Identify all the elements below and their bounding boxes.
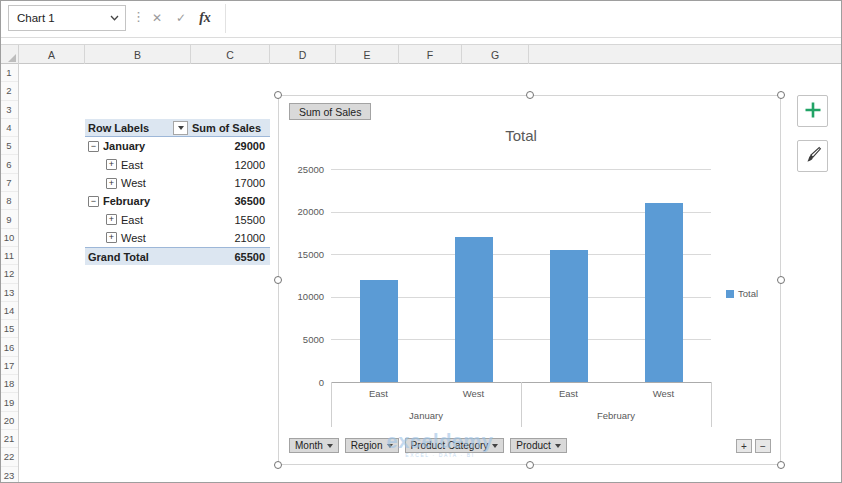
row-header-8[interactable]: 8 (0, 192, 18, 210)
chart-bar[interactable] (550, 250, 588, 382)
chart-area[interactable]: Sum of Sales Total Total exceldemy EXCEL… (278, 95, 781, 465)
row-header-1[interactable]: 1 (0, 64, 18, 82)
field-button-product-category[interactable]: Product Category (405, 438, 505, 453)
pivot-row-label-cell[interactable]: Grand Total (85, 251, 191, 263)
x-axis-label: West (616, 388, 711, 399)
expand-icon[interactable]: + (106, 232, 117, 243)
column-header-C[interactable]: C (191, 45, 270, 64)
row-header-11[interactable]: 11 (0, 247, 18, 265)
pivot-row-value[interactable]: 15500 (191, 214, 270, 226)
row-header-7[interactable]: 7 (0, 174, 18, 192)
confirm-icon[interactable]: ✓ (170, 5, 192, 31)
row-header-10[interactable]: 10 (0, 229, 18, 247)
pivot-row-value[interactable]: 29000 (191, 140, 270, 152)
row-header-4[interactable]: 4 (0, 119, 18, 137)
select-all-corner[interactable] (0, 45, 19, 64)
selection-handle[interactable] (777, 461, 785, 469)
chart-expand-collapse: +− (736, 439, 771, 453)
row-header-3[interactable]: 3 (0, 101, 18, 119)
expand-field-button[interactable]: + (736, 439, 752, 453)
pivot-row-label: East (121, 214, 143, 226)
cancel-icon[interactable]: ✕ (146, 5, 168, 31)
row-header-2[interactable]: 2 (0, 82, 18, 100)
row-header-12[interactable]: 12 (0, 265, 18, 283)
pivot-row: +West17000 (85, 174, 270, 192)
legend-swatch (726, 290, 734, 298)
pivot-row: Grand Total65500 (85, 247, 270, 265)
column-header-D[interactable]: D (270, 45, 336, 64)
pivot-row-label-cell[interactable]: −January (85, 140, 191, 152)
selection-handle[interactable] (274, 276, 282, 284)
values-field-button[interactable]: Sum of Sales (289, 103, 371, 120)
pivot-row-label-cell[interactable]: +West (85, 232, 191, 244)
column-header-A[interactable]: A (19, 45, 85, 64)
row-header-16[interactable]: 16 (0, 339, 18, 357)
legend-item[interactable]: Total (726, 288, 758, 299)
pivot-row-label: West (121, 177, 146, 189)
pivot-row-label-cell[interactable]: +East (85, 214, 191, 226)
row-header-22[interactable]: 22 (0, 448, 18, 466)
selection-handle[interactable] (274, 461, 282, 469)
column-header-G[interactable]: G (462, 45, 529, 64)
selection-handle[interactable] (526, 461, 534, 469)
pivot-header-values[interactable]: Sum of Sales (191, 122, 270, 134)
y-axis-label: 10000 (279, 291, 324, 302)
chevron-down-icon[interactable] (103, 6, 125, 30)
column-header-B[interactable]: B (85, 45, 191, 64)
pivot-row-label-cell[interactable]: +West (85, 177, 191, 189)
selection-handle[interactable] (777, 276, 785, 284)
expand-icon[interactable]: + (106, 178, 117, 189)
chart-bar[interactable] (645, 203, 683, 382)
pivot-row-value[interactable]: 17000 (191, 177, 270, 189)
name-box-splitter-icon[interactable]: ⋮ (132, 9, 145, 24)
row-header-5[interactable]: 5 (0, 137, 18, 155)
selection-handle[interactable] (274, 91, 282, 99)
formula-input[interactable] (229, 0, 842, 37)
column-header-E[interactable]: E (336, 45, 399, 64)
pivot-row-label-cell[interactable]: +East (85, 159, 191, 171)
chart-title[interactable]: Total (331, 127, 711, 144)
pivot-row-value[interactable]: 12000 (191, 159, 270, 171)
row-header-9[interactable]: 9 (0, 210, 18, 228)
pivot-header-row-labels: Row Labels (88, 122, 149, 134)
field-button-region[interactable]: Region (345, 438, 399, 453)
row-header-19[interactable]: 19 (0, 393, 18, 411)
selection-handle[interactable] (526, 91, 534, 99)
row-header-21[interactable]: 21 (0, 430, 18, 448)
row-header-17[interactable]: 17 (0, 357, 18, 375)
x-axis-label: East (521, 388, 616, 399)
chart-bar[interactable] (360, 280, 398, 382)
pivot-row-label: West (121, 232, 146, 244)
y-axis-label: 15000 (279, 249, 324, 260)
chart-legend[interactable]: Total (726, 288, 758, 299)
row-header-13[interactable]: 13 (0, 284, 18, 302)
pivot-row: −February36500 (85, 192, 270, 210)
collapse-field-button[interactable]: − (755, 439, 771, 453)
row-header-20[interactable]: 20 (0, 412, 18, 430)
pivot-row-value[interactable]: 65500 (191, 251, 270, 263)
chart-elements-button[interactable] (797, 95, 828, 127)
row-header-14[interactable]: 14 (0, 302, 18, 320)
name-box[interactable]: Chart 1 (8, 5, 126, 31)
y-axis-label: 5000 (279, 334, 324, 345)
collapse-icon[interactable]: − (88, 141, 99, 152)
pivot-row-label-cell[interactable]: −February (85, 195, 191, 207)
expand-icon[interactable]: + (106, 214, 117, 225)
field-button-month[interactable]: Month (289, 438, 339, 453)
field-button-product[interactable]: Product (510, 438, 566, 453)
selection-handle[interactable] (777, 91, 785, 99)
expand-icon[interactable]: + (106, 159, 117, 170)
pivot-row-value[interactable]: 21000 (191, 232, 270, 244)
pivot-row-value[interactable]: 36500 (191, 195, 270, 207)
row-header-15[interactable]: 15 (0, 320, 18, 338)
row-header-6[interactable]: 6 (0, 156, 18, 174)
chart-styles-button[interactable] (797, 140, 828, 172)
column-header-F[interactable]: F (399, 45, 462, 64)
chart-bar[interactable] (455, 237, 493, 382)
collapse-icon[interactable]: − (88, 196, 99, 207)
pivot-header-label-cell[interactable]: Row Labels (85, 121, 191, 135)
row-header-18[interactable]: 18 (0, 375, 18, 393)
insert-function-icon[interactable]: fx (194, 5, 216, 31)
row-header-23[interactable]: 23 (0, 467, 18, 483)
filter-button[interactable] (173, 121, 188, 135)
